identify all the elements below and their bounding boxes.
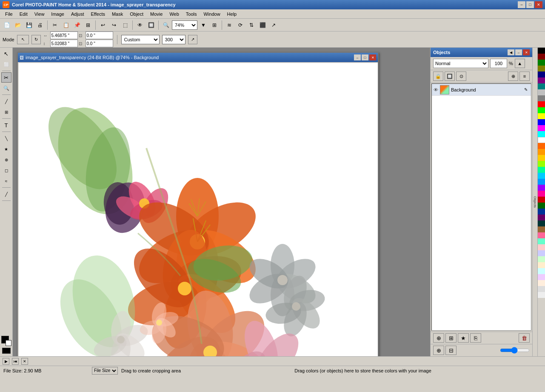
palette-honeydew[interactable] — [538, 256, 545, 262]
palette-green[interactable] — [538, 60, 545, 66]
menu-object[interactable]: Object — [126, 11, 147, 17]
smear-button[interactable]: ≈ — [1, 176, 11, 186]
zoom-select[interactable]: 74% — [172, 20, 197, 30]
obj-lock-paint-button[interactable]: ⊙ — [456, 72, 466, 81]
obj-lock-trans-button[interactable]: 🔲 — [445, 72, 455, 81]
palette-dodger-blue[interactable] — [538, 179, 545, 185]
palette-gold[interactable] — [538, 149, 545, 155]
objects-pin-button[interactable]: ◀ — [508, 49, 514, 55]
print-button[interactable]: 🖨 — [35, 20, 45, 30]
palette-chartreuse[interactable] — [538, 161, 545, 167]
dy-input[interactable] — [86, 40, 113, 47]
preset-select[interactable]: Custom — [121, 35, 160, 44]
eyedropper-button[interactable]: ╱ — [1, 96, 11, 106]
palette-cyan[interactable] — [538, 131, 545, 137]
obj-edit-button[interactable]: ✎ — [522, 86, 529, 93]
flatten-button[interactable]: ⊟ — [445, 346, 457, 355]
eraser-button[interactable]: ◻ — [1, 165, 11, 175]
menu-image[interactable]: Image — [48, 11, 68, 17]
menu-window[interactable]: Window — [200, 11, 223, 17]
menu-tools[interactable]: Tools — [183, 11, 200, 17]
objects-collapse-button[interactable]: – — [515, 49, 522, 55]
nav-play-button[interactable]: ▶ — [3, 358, 9, 365]
resample-button[interactable]: ≋ — [224, 20, 234, 30]
palette-blue[interactable] — [538, 119, 545, 125]
open-button[interactable]: 📂 — [13, 20, 23, 30]
palette-teal[interactable] — [538, 83, 545, 89]
blend-mode-select[interactable]: Normal Multiply Screen Overlay — [433, 59, 488, 68]
obj-properties-button[interactable]: ≡ — [519, 72, 530, 81]
palette-sky-blue[interactable] — [538, 173, 545, 179]
palette-dark-blue[interactable] — [538, 209, 545, 215]
palette-spring-green[interactable] — [538, 167, 545, 173]
palette-white-smoke[interactable] — [538, 292, 545, 298]
palette-dark-green[interactable] — [538, 203, 545, 209]
opacity-increment-button[interactable]: ▲ — [515, 59, 525, 68]
effect-button[interactable]: ★ — [1, 144, 11, 154]
menu-file[interactable]: File — [2, 11, 16, 17]
zoom-slider[interactable] — [500, 347, 530, 353]
palette-brown[interactable] — [538, 226, 545, 232]
copy-button[interactable]: 📋 — [61, 20, 71, 30]
mask-rectangle-button[interactable]: ⬜ — [1, 59, 11, 69]
nav-prev-button[interactable]: ⏮ — [12, 358, 19, 365]
doc-close-button[interactable]: ✕ — [369, 54, 376, 60]
nav-close2-button[interactable]: ✕ — [21, 358, 28, 365]
obj-add-button[interactable]: ⊕ — [433, 333, 444, 343]
menu-movie[interactable]: Movie — [147, 11, 166, 17]
merge-all-button[interactable]: ⊕ — [433, 346, 444, 355]
paste-button[interactable]: 📌 — [72, 20, 82, 30]
palette-violet[interactable] — [538, 185, 545, 191]
line-button[interactable]: ╱ — [1, 189, 11, 199]
palette-lavender[interactable] — [538, 250, 545, 256]
save-button[interactable]: 💾 — [24, 20, 34, 30]
doc-maximize-button[interactable]: □ — [362, 54, 368, 60]
new-button[interactable]: 📄 — [2, 20, 12, 30]
pick-tool-button[interactable]: ↖ — [1, 49, 11, 59]
palette-misty-rose[interactable] — [538, 244, 545, 250]
palette-seashell[interactable] — [538, 280, 545, 286]
menu-adjust[interactable]: Adjust — [68, 11, 88, 17]
palette-light-cyan[interactable] — [538, 268, 545, 274]
mask-visible-button[interactable]: 👁 — [135, 20, 145, 30]
menu-effects[interactable]: Effects — [88, 11, 108, 17]
palette-black[interactable] — [538, 48, 545, 54]
obj-delete-button[interactable]: 🗑 — [519, 333, 530, 343]
y-input[interactable] — [50, 40, 78, 47]
flip-button[interactable]: ⇅ — [246, 20, 257, 30]
menu-web[interactable]: Web — [166, 11, 182, 17]
palette-lime[interactable] — [538, 107, 545, 113]
opacity-input[interactable] — [490, 59, 507, 68]
mode-normal-button[interactable]: ↖ — [17, 35, 29, 44]
obj-duplicate-button[interactable]: ⎘ — [470, 333, 481, 343]
close-button[interactable]: ✕ — [535, 1, 542, 8]
palette-gainsboro[interactable] — [538, 286, 545, 292]
brush-button[interactable]: ╲ — [1, 133, 11, 143]
undo-button[interactable]: ↩ — [98, 20, 108, 30]
x-input[interactable] — [50, 31, 78, 39]
palette-dark-teal[interactable] — [538, 220, 545, 226]
palette-magenta[interactable] — [538, 125, 545, 131]
palette-red[interactable] — [538, 101, 545, 107]
status-dropdown[interactable]: File Size — [92, 367, 118, 375]
palette-purple[interactable] — [538, 77, 545, 83]
background-color[interactable] — [6, 340, 11, 346]
crop2-button[interactable]: ⬛ — [257, 20, 268, 30]
obj-lock-all-button[interactable]: 🔒 — [433, 72, 443, 81]
menu-edit[interactable]: Edit — [16, 11, 31, 17]
obj-add-lens-button[interactable]: ⊕ — [508, 72, 518, 81]
obj-combine-button[interactable]: ⊞ — [445, 333, 457, 343]
minimize-button[interactable]: – — [518, 1, 525, 8]
doc-minimize-button[interactable]: – — [354, 54, 361, 60]
zoom-fit-button[interactable]: ⊞ — [209, 20, 220, 30]
black-swatch[interactable] — [2, 348, 11, 354]
export-button[interactable]: ↗ — [268, 20, 279, 30]
expand-strip[interactable]: Objects — [532, 48, 537, 356]
paste-special-button[interactable]: ⊞ — [83, 20, 93, 30]
rotate-button[interactable]: ⟳ — [235, 20, 245, 30]
transform-button[interactable]: ⬚ — [120, 20, 130, 30]
zoom-dropdown-button[interactable]: ▼ — [198, 20, 208, 30]
clone-button[interactable]: ⊕ — [1, 155, 11, 165]
palette-white[interactable] — [538, 137, 545, 143]
zoom-tool-button[interactable]: 🔍 — [1, 83, 11, 93]
